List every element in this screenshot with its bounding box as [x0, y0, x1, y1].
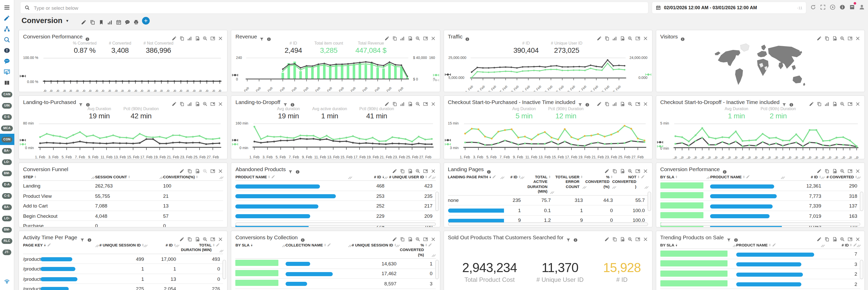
sidebar-item-signal[interactable]: [0, 276, 14, 287]
series-legend-toggle[interactable]: [444, 139, 451, 142]
close-icon[interactable]: [855, 235, 860, 240]
refresh-icon[interactable]: [810, 3, 816, 9]
pencil-icon[interactable]: [809, 99, 814, 104]
copy-icon[interactable]: [604, 99, 610, 104]
column-resize-handle[interactable]: [384, 176, 388, 180]
csv-icon[interactable]: [195, 99, 200, 104]
sidebar-item-monitor[interactable]: [0, 67, 14, 78]
zoom-icon[interactable]: [203, 166, 208, 172]
edit-column-icon[interactable]: [216, 243, 220, 247]
info-icon[interactable]: [85, 34, 90, 39]
close-icon[interactable]: [855, 34, 860, 39]
pencil-icon[interactable]: [180, 166, 185, 172]
edit-column-icon[interactable]: [271, 175, 275, 179]
csv-icon[interactable]: [407, 166, 412, 172]
zoom-icon[interactable]: [840, 235, 845, 240]
info-icon[interactable]: [87, 235, 92, 239]
csv-icon[interactable]: [620, 34, 625, 39]
column-header[interactable]: # ID▲▼: [504, 175, 524, 180]
chevron-down-icon[interactable]: ▼: [66, 19, 69, 22]
horizontal-scrollbar[interactable]: [660, 222, 861, 226]
column-resize-handle[interactable]: [781, 176, 784, 180]
close-icon[interactable]: [643, 166, 648, 172]
sidebar-app-bm-[interactable]: BM-: [0, 224, 14, 235]
column-header[interactable]: PRODUCT NAME▲▼: [710, 175, 784, 180]
column-resize-handle[interactable]: [96, 245, 99, 248]
info-icon[interactable]: [296, 167, 300, 171]
close-icon[interactable]: [430, 235, 436, 240]
column-header[interactable]: BY SLA▲▼: [236, 243, 286, 248]
info-icon[interactable]: [465, 34, 470, 39]
csv-icon[interactable]: [407, 235, 412, 240]
chart-canvas[interactable]: [671, 122, 861, 155]
filter-icon[interactable]: [80, 235, 84, 239]
column-header[interactable]: LANDING PAGE PATH▲▼: [448, 175, 504, 180]
edit-column-icon[interactable]: [328, 243, 332, 247]
series-legend-toggle[interactable]: [20, 139, 26, 142]
column-header[interactable]: # UNIQUE SESSION ID▲▼: [351, 243, 399, 248]
csv-icon[interactable]: [620, 99, 625, 104]
copy-icon[interactable]: [612, 166, 617, 172]
zoom-icon[interactable]: [627, 99, 633, 104]
sidebar-app-e-s[interactable]: E-S: [0, 111, 14, 123]
csv-icon[interactable]: [195, 235, 200, 240]
sidebar-app-lo-[interactable]: LO-: [0, 213, 14, 224]
column-header[interactable]: % CONVERTED (%)▲▼: [586, 175, 616, 189]
column-resize-handle[interactable]: [821, 176, 825, 180]
info-icon[interactable]: [839, 3, 845, 9]
pencil-icon[interactable]: [81, 18, 86, 23]
close-icon[interactable]: [643, 235, 648, 240]
zoom-icon[interactable]: [840, 166, 845, 172]
column-resize-handle[interactable]: [159, 176, 163, 180]
column-header[interactable]: TOTAL ACTIVE DURATION (MIN)▲▼: [524, 175, 554, 194]
user-icon[interactable]: [859, 3, 865, 9]
sidebar-app-bm-[interactable]: BM-: [0, 167, 14, 179]
pencil-icon[interactable]: [180, 235, 185, 240]
close-icon[interactable]: [430, 99, 436, 104]
column-header[interactable]: # CONVERTED▲▼: [825, 175, 860, 180]
copy-icon[interactable]: [604, 34, 610, 39]
chart-icon[interactable]: [400, 99, 405, 104]
filter-icon[interactable]: [782, 100, 787, 104]
close-icon[interactable]: [855, 99, 860, 104]
window-icon[interactable]: [211, 34, 216, 39]
edit-column-icon[interactable]: [492, 175, 497, 179]
copy-icon[interactable]: [825, 166, 830, 172]
edit-column-icon[interactable]: [641, 175, 645, 179]
edit-column-icon[interactable]: [428, 243, 432, 247]
close-icon[interactable]: [430, 34, 436, 39]
column-resize-handle[interactable]: [348, 245, 351, 248]
window-icon[interactable]: [423, 166, 428, 172]
csv-icon[interactable]: [832, 235, 837, 240]
info-icon[interactable]: [734, 235, 738, 239]
csv-icon[interactable]: [195, 34, 200, 39]
csv-icon[interactable]: [832, 99, 837, 104]
csv-icon[interactable]: [832, 34, 837, 39]
column-header[interactable]: # ID▲▼: [351, 175, 388, 180]
csv-icon[interactable]: [407, 34, 412, 39]
window-icon[interactable]: [847, 34, 852, 39]
zoom-icon[interactable]: [627, 235, 633, 240]
filter-icon[interactable]: [578, 100, 582, 104]
window-icon[interactable]: [423, 99, 428, 104]
window-icon[interactable]: [211, 235, 216, 240]
series-legend-toggle[interactable]: [232, 139, 239, 142]
info-icon[interactable]: [573, 235, 578, 239]
vertical-scrollbar[interactable]: [435, 260, 439, 279]
vertical-scrollbar[interactable]: [223, 260, 226, 279]
sidebar-item-hamburger[interactable]: [0, 3, 14, 13]
info-icon[interactable]: [86, 100, 91, 104]
sidebar-app-uin[interactable]: UIN: [0, 100, 14, 111]
column-header[interactable]: BY SLA▲▼: [660, 175, 710, 180]
sidebar-app-mca[interactable]: MCA: [0, 123, 14, 134]
column-header[interactable]: # ID▲▼: [147, 243, 179, 248]
pencil-icon[interactable]: [392, 166, 397, 172]
copy-icon[interactable]: [90, 18, 95, 23]
zoom-icon[interactable]: [840, 34, 845, 39]
series-legend-toggle[interactable]: [645, 69, 652, 73]
play-icon[interactable]: [830, 3, 836, 9]
sidebar-app-lo-[interactable]: LO-: [0, 156, 14, 167]
series-legend-toggle[interactable]: [657, 136, 663, 140]
column-resize-handle[interactable]: [432, 254, 436, 258]
zoom-icon[interactable]: [415, 235, 420, 240]
